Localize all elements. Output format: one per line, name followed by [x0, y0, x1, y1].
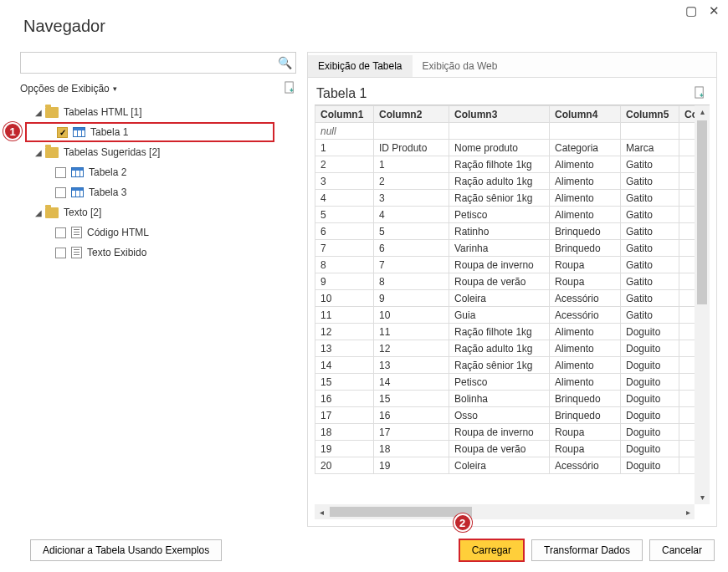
dialog-title: Navegador	[23, 17, 105, 36]
tree-group-suggested[interactable]: ◢ Tabelas Sugeridas [2]	[20, 142, 296, 162]
table-row[interactable]: 98Roupa de verãoRoupaGatito	[315, 273, 695, 290]
column-header[interactable]: Column4	[550, 106, 621, 123]
table-cell: Roupa	[550, 441, 621, 457]
load-button[interactable]: Carregar	[459, 539, 525, 562]
checkbox-icon[interactable]	[55, 227, 66, 238]
table-row[interactable]: null	[315, 123, 695, 140]
table-cell: Petisco	[449, 374, 550, 391]
table-row[interactable]: 54PetiscoAlimentoGatito	[315, 207, 695, 223]
column-header[interactable]: Column3	[449, 106, 550, 123]
tree-item-codigo-html[interactable]: Código HTML	[25, 222, 296, 243]
tree-item-tabela-3[interactable]: Tabela 3	[25, 182, 296, 202]
table-cell: Acessório	[550, 457, 621, 474]
add-table-examples-button[interactable]: Adicionar a Tabela Usando Exemplos	[30, 539, 222, 561]
tree-label: Tabela 3	[89, 186, 126, 198]
table-row[interactable]: 1312Ração adulto 1kgAlimentoDoguito	[315, 340, 695, 357]
display-options-dropdown[interactable]: Opções de Exibição ▾	[20, 83, 117, 94]
refresh-preview-icon[interactable]	[694, 86, 706, 101]
tree-group-text[interactable]: ◢ Texto [2]	[20, 202, 296, 222]
preview-table: Column1 Column2 Column3 Column4 Column5 …	[315, 105, 695, 474]
table-row[interactable]: 1514PetiscoAlimentoDoguito	[315, 374, 695, 391]
table-row[interactable]: 109ColeiraAcessórioGatito	[315, 290, 695, 307]
checkbox-checked-icon[interactable]	[57, 127, 68, 138]
tree-item-tabela-2[interactable]: Tabela 2	[25, 162, 296, 182]
vertical-scrollbar[interactable]: ▴ ▾	[695, 105, 710, 504]
scroll-right-icon[interactable]: ▸	[681, 508, 695, 517]
table-row[interactable]: 1ID ProdutoNome produtoCategoriaMarca	[315, 140, 695, 156]
column-header[interactable]: Colu	[679, 106, 695, 123]
table-cell: Alimento	[550, 357, 621, 374]
collapse-icon[interactable]: ◢	[33, 147, 44, 157]
table-row[interactable]: 2019ColeiraAcessórioDoguito	[315, 457, 695, 474]
maximize-icon[interactable]: ▢	[685, 3, 697, 20]
table-cell: Alimento	[550, 207, 621, 223]
search-icon[interactable]: 🔍	[278, 56, 292, 69]
scroll-thumb[interactable]	[330, 507, 472, 517]
transform-data-button[interactable]: Transformar Dados	[531, 539, 643, 561]
table-cell: Gatito	[621, 240, 679, 257]
table-row[interactable]: 32Ração adulto 1kgAlimentoGatito	[315, 173, 695, 190]
scroll-left-icon[interactable]: ◂	[315, 508, 328, 517]
collapse-icon[interactable]: ◢	[33, 207, 44, 217]
table-row[interactable]: 43Ração sênior 1kgAlimentoGatito	[315, 190, 695, 207]
table-cell: 4	[315, 190, 374, 207]
table-row[interactable]: 1716OssoBrinquedoDoguito	[315, 407, 695, 424]
scroll-up-icon[interactable]: ▴	[700, 105, 705, 119]
table-cell: Marca	[621, 140, 679, 156]
cancel-button[interactable]: Cancelar	[649, 539, 715, 561]
table-cell	[679, 156, 695, 173]
folder-icon	[45, 147, 59, 158]
table-cell: Gatito	[621, 223, 679, 240]
table-row[interactable]: 76VarinhaBrinquedoGatito	[315, 240, 695, 257]
table-row[interactable]: 21Ração filhote 1kgAlimentoGatito	[315, 156, 695, 173]
table-row[interactable]: 87Roupa de invernoRoupaGatito	[315, 257, 695, 273]
column-header[interactable]: Column1	[315, 106, 374, 123]
table-cell: 2	[374, 173, 449, 190]
tree-item-tabela-1[interactable]: Tabela 1	[25, 122, 274, 142]
table-cell: Alimento	[550, 156, 621, 173]
search-input-wrap[interactable]: 🔍	[20, 52, 296, 74]
checkbox-icon[interactable]	[55, 187, 66, 198]
annotation-1: 1	[3, 122, 22, 140]
table-cell: 6	[374, 240, 449, 257]
column-header[interactable]: Column2	[374, 106, 449, 123]
table-cell: Gatito	[621, 173, 679, 190]
tab-table-view[interactable]: Exibição de Tabela	[308, 55, 413, 77]
table-row[interactable]: 1918Roupa de verãoRoupaDoguito	[315, 441, 695, 457]
table-row[interactable]: 1413Ração sênior 1kgAlimentoDoguito	[315, 357, 695, 374]
horizontal-scrollbar[interactable]: ◂ ▸	[315, 504, 695, 519]
table-cell: 7	[374, 257, 449, 273]
table-row[interactable]: 1615BolinhaBrinquedoDoguito	[315, 391, 695, 407]
table-cell: 13	[315, 340, 374, 357]
scroll-thumb[interactable]	[697, 120, 707, 304]
table-cell: Doguito	[621, 391, 679, 407]
preview-tabs: Exibição de Tabela Exibição da Web	[308, 53, 716, 78]
table-row[interactable]: 1110GuiaAcessórioGatito	[315, 307, 695, 324]
table-row[interactable]: 65RatinhoBrinquedoGatito	[315, 223, 695, 240]
tree-item-texto-exibido[interactable]: Texto Exibido	[25, 243, 296, 263]
table-cell: Roupa	[550, 424, 621, 441]
collapse-icon[interactable]: ◢	[33, 107, 44, 117]
table-cell: Doguito	[621, 324, 679, 340]
table-cell: 13	[374, 357, 449, 374]
table-cell	[679, 123, 695, 140]
table-cell: 9	[374, 290, 449, 307]
table-cell: Brinquedo	[550, 391, 621, 407]
table-cell	[679, 457, 695, 474]
table-cell: 10	[374, 307, 449, 324]
tree-group-html-tables[interactable]: ◢ Tabelas HTML [1]	[20, 102, 296, 122]
table-cell: Doguito	[621, 357, 679, 374]
search-input[interactable]	[26, 54, 278, 72]
checkbox-icon[interactable]	[55, 248, 66, 258]
table-cell: 8	[374, 273, 449, 290]
tab-web-view[interactable]: Exibição da Web	[413, 55, 508, 77]
close-icon[interactable]: ✕	[709, 3, 720, 20]
table-row[interactable]: 1211Ração filhote 1kgAlimentoDoguito	[315, 324, 695, 340]
table-row[interactable]: 1817Roupa de invernoRoupaDoguito	[315, 424, 695, 441]
checkbox-icon[interactable]	[55, 167, 66, 178]
column-header[interactable]: Column5	[621, 106, 679, 123]
table-cell: 11	[315, 307, 374, 324]
refresh-tree-icon[interactable]	[284, 81, 296, 96]
table-cell: Nome produto	[449, 140, 550, 156]
scroll-down-icon[interactable]: ▾	[700, 491, 705, 504]
